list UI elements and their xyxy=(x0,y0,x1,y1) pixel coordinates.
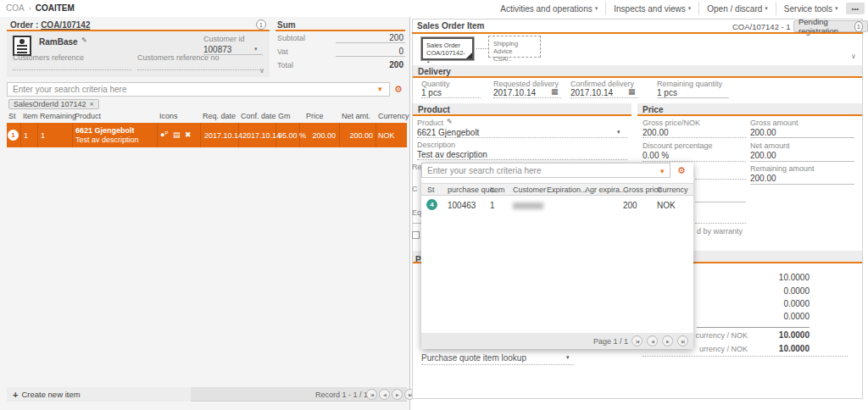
popup-col-expiration[interactable]: Expiration... xyxy=(547,186,587,194)
popup-pager-next-button[interactable]: ▶ xyxy=(662,335,673,346)
purchase-quote-lookup-value[interactable]: Purchase quote item lookup xyxy=(421,353,526,363)
remaining-field-underline xyxy=(657,97,729,98)
row-icons: ●P ▤ ✖ xyxy=(160,130,192,139)
grid-header-row: St Item Remaining Product Icons Req. dat… xyxy=(7,111,407,122)
covered-field-fragment: Re xyxy=(412,163,422,171)
calendar-icon[interactable]: ▦ xyxy=(551,87,559,96)
customer-name[interactable]: RamBase xyxy=(39,37,78,47)
col-icons[interactable]: Icons xyxy=(159,112,178,120)
order-count-badge: 1 xyxy=(256,19,266,30)
pager-prev-button[interactable]: ◀ xyxy=(379,389,390,400)
product-value[interactable]: 6621 Gjengebolt xyxy=(417,128,479,137)
quantity-value[interactable]: 1 pcs xyxy=(421,88,442,97)
col-req-date[interactable]: Req. date xyxy=(203,112,236,120)
col-currency[interactable]: Currency xyxy=(378,112,409,120)
filter-chip[interactable]: SalesOrderId 107142 × xyxy=(8,99,99,109)
sum-title: Sum xyxy=(277,20,296,30)
lookup-dropdown-chevron-icon[interactable]: ▾ xyxy=(566,354,570,361)
col-net-amt[interactable]: Net amt. xyxy=(342,112,370,120)
pager-first-button[interactable]: |◀ xyxy=(366,389,377,400)
cost-row-value: 0.0000 xyxy=(750,312,810,321)
description-field-underline xyxy=(417,159,627,160)
popup-row-currency: NOK xyxy=(657,201,676,210)
popup-search-chevron-icon[interactable]: ▾ xyxy=(660,167,665,175)
popup-col-item[interactable]: Item xyxy=(490,186,505,194)
popup-filter-gear-icon[interactable]: ⚙ xyxy=(677,165,686,176)
covered-field-fragment: Eq xyxy=(412,208,421,217)
filter-settings-gear-icon[interactable]: ⚙ xyxy=(394,84,403,95)
order-item-row[interactable]: 1 1 1 6621 Gjengebolt Test av descriptio… xyxy=(7,123,407,147)
chevron-down-icon[interactable]: ▾ xyxy=(254,46,258,53)
delete-x-icon[interactable]: ✖ xyxy=(185,130,192,139)
customers-reference-label: Customers reference xyxy=(13,53,84,62)
popup-col-currency[interactable]: Currency xyxy=(657,186,688,194)
flow-node-sales-order[interactable]: Sales Order COA/107142-1 xyxy=(421,37,474,60)
popup-search-input[interactable] xyxy=(421,163,670,178)
net-amount-label: Net amount xyxy=(750,141,790,150)
total-value: 200 xyxy=(337,60,403,69)
requested-delivery-value[interactable]: 2017.10.14 xyxy=(493,88,536,97)
delivery-section-header: Delivery xyxy=(413,65,862,78)
order-link[interactable]: COA/107142 xyxy=(41,20,90,30)
popup-footer: Page 1 / 1 |◀ ◀ ▶ ▶| xyxy=(421,333,693,349)
popup-col-agr-expiration[interactable]: Agr expira... xyxy=(585,186,626,194)
requested-delivery-label: Requested delivery xyxy=(493,80,559,88)
col-item[interactable]: Item xyxy=(23,112,38,120)
popup-pager-prev-button[interactable]: ◀ xyxy=(647,335,658,346)
covered-field-underline-fragment xyxy=(695,179,746,180)
calendar-icon[interactable]: ▦ xyxy=(628,87,636,96)
edit-icon[interactable]: ✎ xyxy=(81,36,87,44)
warranty-checkbox-label-fragment: d by warranty xyxy=(697,227,743,235)
lookup-field-underline xyxy=(421,364,574,365)
covered-checkbox[interactable] xyxy=(412,231,420,239)
col-conf-date[interactable]: Conf. date xyxy=(241,112,276,120)
status-circle-p-icon[interactable]: ●P xyxy=(160,130,168,139)
menu-activities-operations[interactable]: Activities and operations ▾ xyxy=(492,2,606,15)
gross-price-value[interactable]: 200.00 xyxy=(643,128,669,137)
flow-node-shipping-advice[interactable]: Shipping Advice CSA/.. xyxy=(488,36,541,58)
flow-collapse-chevron-icon[interactable]: ∨ xyxy=(851,53,856,60)
quantity-label: Quantity xyxy=(421,80,450,88)
menu-service-tools[interactable]: Service tools ▾ xyxy=(776,2,846,15)
row-status-icon: 1 xyxy=(8,130,19,141)
col-price[interactable]: Price xyxy=(306,112,324,120)
create-new-item-button[interactable]: + Create new item xyxy=(7,387,191,402)
vat-underline xyxy=(336,56,405,57)
description-value[interactable]: Test av description xyxy=(417,150,487,159)
status-badge-count: 1 xyxy=(854,21,863,32)
search-chevron-icon[interactable]: ▾ xyxy=(378,85,382,93)
chip-close-icon[interactable]: × xyxy=(90,100,94,108)
popup-col-st[interactable]: St xyxy=(427,186,435,194)
customers-reference-field[interactable] xyxy=(13,69,131,70)
flow-node-line2: CSA/.. xyxy=(493,55,536,63)
chevron-down-icon: ▾ xyxy=(835,5,838,12)
popup-row-status-icon: 4 xyxy=(426,199,437,210)
product-dropdown-chevron-icon[interactable]: ▾ xyxy=(617,129,620,136)
col-gm[interactable]: Gm xyxy=(278,112,291,120)
collapse-chevron-icon[interactable]: ∨ xyxy=(259,67,264,75)
popup-row-quote-id: 100463 xyxy=(448,201,476,210)
popup-pager-last-button[interactable]: ▶| xyxy=(677,335,688,346)
col-st[interactable]: St xyxy=(8,112,16,120)
discount-label: Discount percentage xyxy=(643,141,713,150)
net-amount-value: 200.00 xyxy=(750,151,776,160)
vertical-divider xyxy=(409,17,410,410)
edit-icon[interactable]: ✎ xyxy=(447,118,453,125)
popup-result-row[interactable]: 4 100463 1 200 NOK xyxy=(421,197,693,213)
col-product[interactable]: Product xyxy=(75,112,101,120)
breadcrumb-parent[interactable]: COA xyxy=(6,3,25,13)
pager-next-button[interactable]: ▶ xyxy=(392,389,403,400)
menu-inspects-views[interactable]: Inspects and views ▾ xyxy=(606,2,699,15)
discount-value[interactable]: 0.00 % xyxy=(643,151,669,160)
row-net-amt: 200.00 xyxy=(341,131,373,140)
popup-page-indicator: Page 1 / 1 xyxy=(593,337,628,346)
menu-label: Activities and operations xyxy=(500,4,592,14)
document-icon[interactable]: ▤ xyxy=(173,130,181,139)
more-options-button[interactable]: ••• xyxy=(846,3,865,14)
menu-open-discard[interactable]: Open / discard ▾ xyxy=(699,2,776,15)
confirmed-delivery-value[interactable]: 2017.10.14 xyxy=(570,88,613,97)
order-items-search-input[interactable] xyxy=(7,82,390,97)
customers-reference-no-field[interactable] xyxy=(137,69,263,70)
col-remaining[interactable]: Remaining xyxy=(40,112,76,120)
popup-pager-first-button[interactable]: |◀ xyxy=(632,335,643,346)
